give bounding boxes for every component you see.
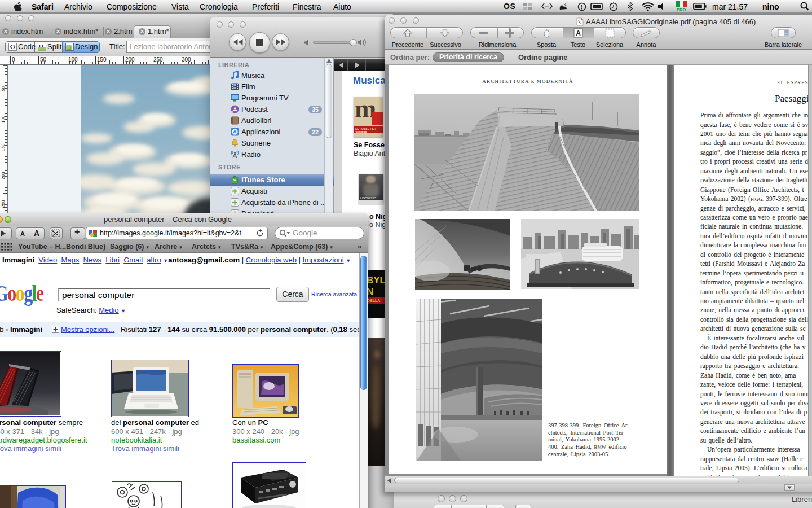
svg-text:A: A	[576, 29, 581, 37]
